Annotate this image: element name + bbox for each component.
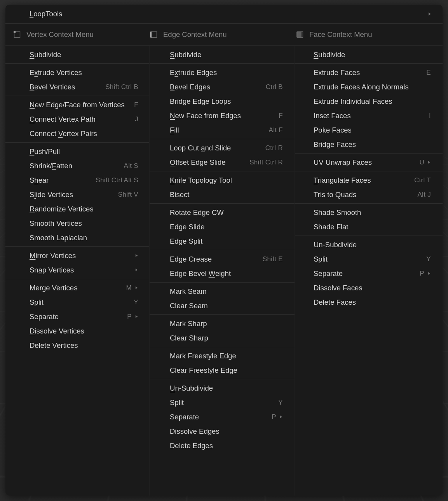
- vertex-randomize[interactable]: Randomize Vertices: [5, 202, 149, 216]
- chevron-right-icon: [427, 161, 431, 164]
- edge-offset-slide[interactable]: Offset Edge SlideShift Ctrl R: [150, 155, 295, 169]
- edge-slide[interactable]: Edge Slide: [150, 220, 295, 234]
- chevron-right-icon: [428, 12, 432, 16]
- edge-unsubdivide[interactable]: Un-Subdivide: [150, 381, 295, 395]
- edge-delete[interactable]: Delete Edges: [150, 438, 295, 453]
- face-uv-unwrap[interactable]: UV Unwrap FacesU: [295, 155, 443, 169]
- vertex-column: Subdivide Extrude Vertices Bevel Vertice…: [5, 46, 150, 496]
- looptools-row[interactable]: LLoopToolsoopTools: [5, 5, 443, 24]
- edge-clear-sharp[interactable]: Clear Sharp: [150, 331, 295, 345]
- edge-new-face[interactable]: New Face from EdgesF: [150, 108, 295, 123]
- edge-dissolve[interactable]: Dissolve Edges: [150, 424, 295, 438]
- face-extrude[interactable]: Extrude FacesE: [295, 65, 443, 80]
- context-menu-panel: LLoopToolsoopTools Vertex Context Menu E…: [5, 5, 443, 496]
- edge-fill[interactable]: FillAlt F: [150, 123, 295, 137]
- edge-subdivide[interactable]: Subdivide: [150, 47, 295, 62]
- edge-crease[interactable]: Edge CreaseShift E: [150, 252, 295, 266]
- edge-mark-sharp[interactable]: Mark Sharp: [150, 316, 295, 331]
- headers-row: Vertex Context Menu Edge Context Menu Fa…: [5, 24, 443, 46]
- chevron-right-icon: [135, 268, 138, 272]
- vertex-connect-path[interactable]: Connect Vertex PathJ: [5, 112, 149, 126]
- face-tris-to-quads[interactable]: Tris to QuadsAlt J: [295, 187, 443, 202]
- svg-rect-5: [296, 32, 302, 37]
- vertex-shrink-fatten[interactable]: Shrink/FattenAlt S: [5, 159, 149, 173]
- edge-knife[interactable]: Knife Topology Tool: [150, 173, 295, 187]
- face-dissolve[interactable]: Dissolve Faces: [295, 281, 443, 295]
- edge-bevel[interactable]: Bevel EdgesCtrl B: [150, 80, 295, 94]
- edge-loop-cut[interactable]: Loop Cut and SlideCtrl R: [150, 141, 295, 155]
- vertex-icon: [13, 31, 21, 38]
- vertex-new-edge-face[interactable]: New Edge/Face from VerticesF: [5, 98, 149, 112]
- chevron-right-icon: [427, 272, 431, 275]
- edge-extrude[interactable]: Extrude Edges: [150, 65, 295, 80]
- vertex-connect-pairs[interactable]: Connect Vertex Pairs: [5, 126, 149, 141]
- chevron-right-icon: [135, 286, 138, 290]
- face-icon: [296, 31, 304, 38]
- face-subdivide[interactable]: Subdivide: [295, 47, 443, 62]
- face-header: Face Context Menu: [309, 30, 372, 39]
- svg-rect-1: [14, 31, 16, 33]
- chevron-right-icon: [135, 315, 138, 318]
- face-extrude-normals[interactable]: Extrude Faces Along Normals: [295, 80, 443, 94]
- face-shade-smooth[interactable]: Shade Smooth: [295, 205, 443, 220]
- edge-separate[interactable]: SeparateP: [150, 410, 295, 424]
- face-inset[interactable]: Inset FacesI: [295, 108, 443, 123]
- edge-icon: [150, 31, 158, 38]
- face-separate[interactable]: SeparateP: [295, 266, 443, 281]
- edge-column: Subdivide Extrude Edges Bevel EdgesCtrl …: [150, 46, 295, 496]
- edge-clear-freestyle[interactable]: Clear Freestyle Edge: [150, 363, 295, 377]
- vertex-header: Vertex Context Menu: [26, 30, 94, 39]
- vertex-subdivide[interactable]: Subdivide: [5, 47, 149, 62]
- looptools-label: LLoopToolsoopTools: [30, 10, 139, 18]
- face-poke[interactable]: Poke Faces: [295, 123, 443, 137]
- svg-rect-2: [151, 32, 157, 38]
- edge-mark-freestyle[interactable]: Mark Freestyle Edge: [150, 349, 295, 363]
- vertex-mirror[interactable]: Mirror Vertices: [5, 248, 149, 263]
- vertex-separate[interactable]: SeparateP: [5, 309, 149, 324]
- face-extrude-individual[interactable]: Extrude Individual Faces: [295, 94, 443, 108]
- vertex-snap[interactable]: Snap Vertices: [5, 263, 149, 277]
- edge-clear-seam[interactable]: Clear Seam: [150, 299, 295, 313]
- chevron-right-icon: [279, 415, 283, 419]
- vertex-delete[interactable]: Delete Vertices: [5, 338, 149, 353]
- face-triangulate[interactable]: Triangulate FacesCtrl T: [295, 173, 443, 187]
- vertex-push-pull[interactable]: Push/Pull: [5, 144, 149, 159]
- vertex-split[interactable]: SplitY: [5, 295, 149, 309]
- edge-bisect[interactable]: Bisect: [150, 187, 295, 202]
- face-column: Subdivide Extrude FacesE Extrude Faces A…: [295, 46, 443, 496]
- face-split[interactable]: SplitY: [295, 252, 443, 266]
- edge-split[interactable]: Edge Split: [150, 234, 295, 248]
- vertex-dissolve[interactable]: Dissolve Vertices: [5, 324, 149, 338]
- face-delete[interactable]: Delete Faces: [295, 295, 443, 309]
- edge-bevel-weight[interactable]: Edge Bevel Weight: [150, 266, 295, 281]
- edge-bridge-loops[interactable]: Bridge Edge Loops: [150, 94, 295, 108]
- edge-split-y[interactable]: SplitY: [150, 395, 295, 410]
- vertex-extrude[interactable]: Extrude Vertices: [5, 65, 149, 80]
- vertex-merge[interactable]: Merge VerticesM: [5, 281, 149, 295]
- face-shade-flat[interactable]: Shade Flat: [295, 220, 443, 234]
- vertex-bevel[interactable]: Bevel VerticesShift Ctrl B: [5, 80, 149, 94]
- face-unsubdivide[interactable]: Un-Subdivide: [295, 237, 443, 252]
- edge-header: Edge Context Menu: [163, 30, 227, 39]
- face-bridge[interactable]: Bridge Faces: [295, 137, 443, 152]
- vertex-smooth-laplacian[interactable]: Smooth Laplacian: [5, 230, 149, 245]
- vertex-smooth[interactable]: Smooth Vertices: [5, 216, 149, 230]
- edge-mark-seam[interactable]: Mark Seam: [150, 284, 295, 299]
- vertex-slide[interactable]: Slide VerticesShift V: [5, 187, 149, 202]
- edge-rotate-cw[interactable]: Rotate Edge CW: [150, 205, 295, 220]
- chevron-right-icon: [135, 254, 138, 257]
- vertex-shear[interactable]: ShearShift Ctrl Alt S: [5, 173, 149, 187]
